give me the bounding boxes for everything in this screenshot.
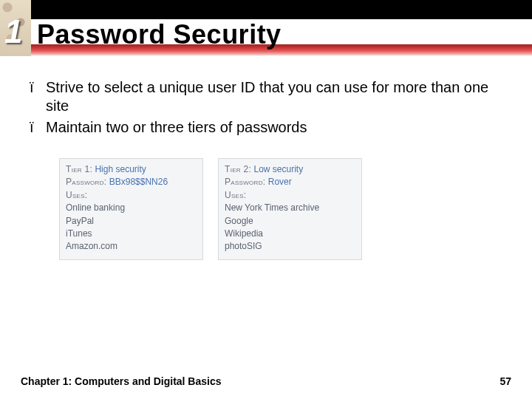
chapter-number: 1 bbox=[4, 13, 22, 50]
tier1-use-item: iTunes bbox=[66, 228, 197, 240]
tier2-header: Tier 2: Low security bbox=[225, 163, 355, 176]
tier-box-1: Tier 1: High security Password: BBx98$$N… bbox=[59, 158, 203, 260]
tier2-uses-label: Uses: bbox=[225, 190, 247, 200]
tier1-uses-label-row: Uses: bbox=[66, 189, 197, 202]
tier2-password-row: Password: Rover bbox=[225, 176, 355, 188]
tier2-use-item: Wikipedia bbox=[225, 228, 355, 240]
header-black-bar bbox=[31, 0, 532, 19]
tier1-use-item: PayPal bbox=[66, 215, 197, 228]
tier2-uses-list: New York Times archive Google Wikipedia … bbox=[225, 202, 355, 253]
bullet-item: ï Maintain two or three tiers of passwor… bbox=[30, 118, 502, 137]
tier-boxes: Tier 1: High security Password: BBx98$$N… bbox=[59, 158, 362, 260]
tier-box-2: Tier 2: Low security Password: Rover Use… bbox=[218, 158, 362, 260]
tier2-use-item: Google bbox=[225, 215, 355, 228]
footer-chapter-label: Chapter 1: Computers and Digital Basics bbox=[21, 375, 222, 387]
slide-title: Password Security bbox=[37, 19, 282, 50]
tier1-password-label: Password: bbox=[66, 177, 106, 187]
tier1-header: Tier 1: High security bbox=[66, 163, 197, 176]
footer-page-number: 57 bbox=[499, 375, 511, 387]
bullet-marker: ï bbox=[30, 118, 46, 137]
tier1-uses-list: Online banking PayPal iTunes Amazon.com bbox=[66, 202, 197, 253]
bullet-item: ï Strive to select a unique user ID that… bbox=[30, 78, 502, 115]
tier1-password-row: Password: BBx98$$NN26 bbox=[66, 176, 197, 188]
bullet-marker: ï bbox=[30, 78, 46, 115]
tier2-use-item: photoSIG bbox=[225, 240, 355, 253]
tier1-uses-label: Uses: bbox=[66, 190, 88, 200]
tier2-password-label: Password: bbox=[225, 177, 265, 187]
tier1-use-item: Amazon.com bbox=[66, 240, 197, 253]
tier2-use-item: New York Times archive bbox=[225, 202, 355, 214]
bullet-text: Strive to select a unique user ID that y… bbox=[46, 78, 502, 115]
tier1-use-item: Online banking bbox=[66, 202, 197, 214]
tier2-password-value: Rover bbox=[268, 177, 292, 187]
tier1-desc: High security bbox=[95, 164, 146, 174]
bullet-text: Maintain two or three tiers of passwords bbox=[46, 118, 502, 137]
tier1-password-value: BBx98$$NN26 bbox=[109, 177, 168, 187]
slide-footer: Chapter 1: Computers and Digital Basics … bbox=[0, 369, 532, 399]
tier2-label: Tier 2: bbox=[225, 164, 251, 174]
tier2-desc: Low security bbox=[253, 164, 303, 174]
tier1-label: Tier 1: bbox=[66, 164, 92, 174]
bullet-list: ï Strive to select a unique user ID that… bbox=[30, 78, 502, 140]
tier2-uses-label-row: Uses: bbox=[225, 189, 355, 202]
